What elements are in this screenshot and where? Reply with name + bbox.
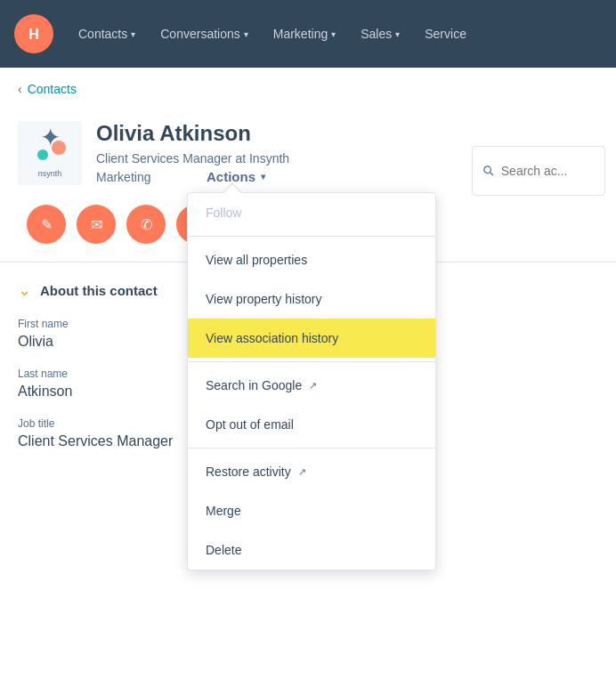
- edit-button[interactable]: ✎: [27, 205, 66, 244]
- dropdown-divider-1: [188, 236, 435, 237]
- dropdown-item-follow[interactable]: Follow: [188, 193, 435, 232]
- dropdown-divider-3: [188, 448, 435, 449]
- search-bar: [472, 146, 605, 196]
- marketing-chevron-icon: ▾: [331, 29, 336, 39]
- search-input[interactable]: [501, 164, 594, 178]
- svg-point-6: [52, 141, 66, 155]
- dropdown-item-view-all-properties[interactable]: View all properties: [188, 240, 435, 279]
- svg-point-2: [484, 166, 491, 174]
- top-navigation: H Contacts ▾ Conversations ▾ Marketing ▾…: [0, 0, 616, 68]
- nav-sales[interactable]: Sales ▾: [350, 20, 410, 48]
- dropdown-item-delete[interactable]: Delete: [188, 530, 435, 570]
- dropdown-item-view-property-history[interactable]: View property history: [188, 279, 435, 319]
- external-link-icon-google: ↗: [309, 380, 317, 392]
- dropdown-item-opt-out-email[interactable]: Opt out of email: [188, 405, 435, 444]
- dropdown-item-merge[interactable]: Merge: [188, 491, 435, 530]
- dropdown-divider-2: [188, 361, 435, 362]
- email-button[interactable]: ✉: [77, 205, 116, 244]
- sales-chevron-icon: ▾: [395, 29, 400, 39]
- dropdown-item-view-association-history[interactable]: View association history: [188, 319, 435, 358]
- dropdown-item-search-in-google[interactable]: Search in Google ↗: [188, 366, 435, 405]
- about-title: About this contact: [40, 283, 158, 298]
- svg-line-3: [490, 173, 493, 175]
- collapse-icon[interactable]: ⌄: [18, 280, 31, 300]
- contact-name: Olivia Atkinson: [96, 121, 289, 146]
- conversations-chevron-icon: ▾: [244, 29, 248, 39]
- svg-point-7: [37, 150, 48, 160]
- breadcrumb: ‹ Contacts: [0, 68, 616, 103]
- dropdown-triangle: [223, 184, 241, 193]
- edit-icon: ✎: [41, 216, 53, 233]
- actions-chevron-icon: ▾: [261, 172, 265, 182]
- breadcrumb-back-arrow: ‹: [18, 82, 22, 96]
- search-icon: [483, 165, 494, 177]
- contact-avatar: ✦ nsynth: [18, 121, 82, 185]
- nav-service[interactable]: Service: [414, 20, 477, 48]
- external-link-icon-restore: ↗: [298, 466, 306, 478]
- main-content: ‹ Contacts Actions ▾ ✦ nsynth Olivia Atk…: [0, 68, 616, 687]
- phone-button[interactable]: ✆: [126, 205, 166, 244]
- svg-text:nsynth: nsynth: [38, 169, 62, 178]
- hubspot-logo[interactable]: H: [14, 14, 53, 53]
- breadcrumb-contacts-link[interactable]: Contacts: [28, 82, 77, 96]
- phone-icon: ✆: [141, 216, 152, 233]
- nav-marketing[interactable]: Marketing ▾: [263, 20, 346, 48]
- contacts-chevron-icon: ▾: [131, 29, 135, 39]
- nav-contacts[interactable]: Contacts ▾: [68, 20, 146, 48]
- svg-text:H: H: [28, 26, 39, 42]
- dropdown-item-restore-activity[interactable]: Restore activity ↗: [188, 452, 435, 491]
- actions-dropdown: Follow View all properties View property…: [187, 192, 436, 570]
- nav-conversations[interactable]: Conversations ▾: [150, 20, 259, 48]
- email-icon: ✉: [91, 216, 102, 233]
